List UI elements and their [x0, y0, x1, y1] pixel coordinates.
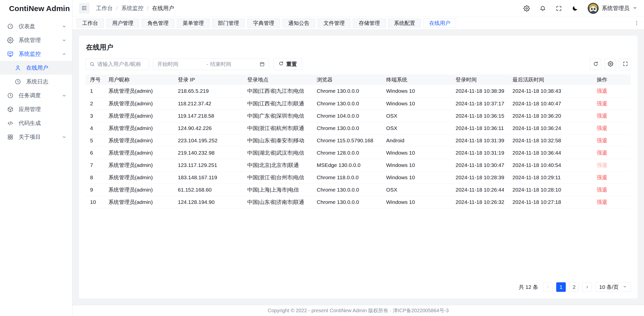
sidebar: ContiNew Admin 仪表盘 系统管理 系统监控 在线用户 — [0, 0, 72, 316]
sidebar-nav: 仪表盘 系统管理 系统监控 在线用户 系统日志 — [0, 17, 72, 144]
app-root: ContiNew Admin 仪表盘 系统管理 系统监控 在线用户 — [0, 0, 644, 316]
pagination-page-2[interactable]: 2 — [569, 282, 579, 292]
reset-button[interactable]: 重置 — [273, 58, 302, 70]
sidebar-item-system-management[interactable]: 系统管理 — [0, 33, 72, 47]
cell-login-time: 2024-11-18 10:36:11 — [456, 122, 512, 134]
tab-role-management[interactable]: 角色管理 — [142, 19, 174, 28]
sidebar-item-system-logs[interactable]: 系统日志 — [0, 75, 72, 88]
date-range-picker[interactable]: - — [153, 58, 269, 70]
sidebar-item-code-generation[interactable]: 代码生成 — [0, 116, 72, 130]
force-logout-link[interactable]: 强退 — [597, 199, 607, 205]
force-logout-link[interactable]: 强退 — [597, 187, 607, 193]
force-logout-link[interactable]: 强退 — [597, 101, 607, 106]
cell-os: OSX — [386, 184, 456, 196]
grid-icon — [7, 134, 14, 140]
column-header: 登录 IP — [178, 74, 247, 85]
column-header: 用户昵称 — [108, 74, 178, 85]
sidebar-item-label: 关于项目 — [19, 133, 41, 141]
cell-location: 中国|上海|上海市|电信 — [247, 184, 317, 196]
refresh-button[interactable] — [590, 59, 601, 70]
column-settings-button[interactable] — [605, 59, 616, 70]
sidebar-collapse-button[interactable] — [79, 3, 90, 14]
end-time-input[interactable] — [210, 61, 257, 67]
pagination-total: 共 12 条 — [519, 284, 538, 291]
sidebar-item-dashboard[interactable]: 仪表盘 — [0, 19, 72, 33]
force-logout-link[interactable]: 强退 — [597, 138, 607, 143]
pagination-next-button[interactable] — [582, 282, 592, 292]
pagination-page-1[interactable]: 1 — [556, 282, 566, 292]
tab-file-management[interactable]: 文件管理 — [318, 19, 350, 28]
fullscreen-icon[interactable] — [555, 5, 562, 12]
breadcrumb: 工作台 / 系统监控 / 在线用户 — [96, 5, 174, 12]
cell-index: 3 — [86, 110, 108, 122]
tab-workbench[interactable]: 工作台 — [76, 19, 104, 28]
cell-login-time: 2024-11-18 10:28:39 — [456, 171, 512, 184]
table-row: 5系统管理员(admin)223.104.195.252中国|山东省|泰安市|移… — [86, 134, 631, 147]
cell-location: 中国|江西省|九江市|联通 — [247, 97, 317, 110]
filter-row: - 重置 — [86, 58, 631, 70]
cell-ip: 218.65.5.219 — [178, 85, 247, 97]
user-menu[interactable]: 系统管理员 — [588, 3, 637, 14]
cell-location: 中国|江西省|九江市|电信 — [247, 85, 317, 97]
force-logout-link[interactable]: 强退 — [597, 88, 607, 94]
bell-icon[interactable] — [539, 5, 546, 12]
force-logout-link[interactable]: 强退 — [597, 162, 607, 168]
tab-online-users[interactable]: 在线用户 — [423, 19, 456, 28]
sidebar-item-label: 系统日志 — [26, 78, 48, 85]
sidebar-item-label: 在线用户 — [26, 64, 48, 72]
table-row: 1系统管理员(admin)218.65.5.219中国|江西省|九江市|电信Ch… — [86, 85, 631, 97]
search-input[interactable] — [97, 61, 145, 67]
cell-index: 2 — [86, 97, 108, 110]
table-toolbar — [590, 59, 631, 70]
cell-index: 1 — [86, 85, 108, 97]
sidebar-item-about-project[interactable]: 关于项目 — [0, 130, 72, 144]
app-logo[interactable]: ContiNew Admin — [0, 0, 72, 17]
tab-more-icon[interactable] — [633, 20, 640, 26]
cell-index: 10 — [86, 196, 108, 208]
cell-nickname: 系统管理员(admin) — [108, 85, 178, 97]
cell-os: OSX — [386, 122, 456, 134]
sidebar-item-system-monitor[interactable]: 系统监控 — [0, 47, 72, 61]
cell-last-active: 2024-11-18 10:32:58 — [512, 134, 597, 147]
pagination-prev-button[interactable] — [543, 282, 553, 292]
copyright-text: Copyright © 2022 - present ContiNew Admi… — [268, 307, 449, 314]
cell-location: 中国|山东省|泰安市|移动 — [247, 134, 317, 147]
tab-storage-management[interactable]: 存储管理 — [353, 19, 386, 28]
footer: Copyright © 2022 - present ContiNew Admi… — [72, 305, 644, 316]
breadcrumb-separator: / — [147, 5, 148, 12]
page-size-value: 10 条/页 — [599, 284, 619, 291]
breadcrumb-item[interactable]: 系统监控 — [121, 5, 143, 12]
cell-nickname: 系统管理员(admin) — [108, 159, 178, 171]
sidebar-item-label: 仪表盘 — [19, 23, 35, 30]
dark-mode-moon-icon[interactable] — [572, 5, 578, 12]
sidebar-item-app-management[interactable]: 应用管理 — [0, 102, 72, 116]
tab-menu-management[interactable]: 菜单管理 — [177, 19, 210, 28]
cell-nickname: 系统管理员(admin) — [108, 134, 178, 147]
force-logout-link[interactable]: 强退 — [597, 113, 607, 119]
sidebar-item-online-users[interactable]: 在线用户 — [0, 61, 72, 75]
date-range-separator: - — [207, 61, 208, 67]
force-logout-link[interactable]: 强退 — [597, 150, 607, 156]
tab-user-management[interactable]: 用户管理 — [106, 19, 139, 28]
force-logout-link[interactable]: 强退 — [597, 174, 607, 180]
sidebar-item-task-scheduler[interactable]: 任务调度 — [0, 88, 72, 102]
breadcrumb-item[interactable]: 工作台 — [96, 5, 113, 12]
force-logout-link[interactable]: 强退 — [597, 125, 607, 131]
sidebar-item-label: 任务调度 — [19, 92, 41, 99]
start-time-input[interactable] — [157, 61, 205, 67]
calendar-icon — [259, 61, 265, 67]
tab-dict-management[interactable]: 字典管理 — [247, 19, 280, 28]
tab-dept-management[interactable]: 部门管理 — [212, 19, 245, 28]
cell-login-time: 2024-11-18 10:31:19 — [456, 147, 512, 159]
cell-index: 6 — [86, 147, 108, 159]
settings-gear-icon[interactable] — [523, 5, 530, 12]
tab-notice[interactable]: 通知公告 — [283, 19, 315, 28]
tab-system-config[interactable]: 系统配置 — [388, 19, 421, 28]
column-header: 终端系统 — [386, 74, 456, 85]
table-fullscreen-button[interactable] — [620, 59, 631, 70]
cell-login-time: 2024-11-18 10:37:17 — [456, 97, 512, 110]
cell-browser: MSEdge 130.0.0.0 — [317, 159, 386, 171]
menu-fold-icon — [81, 5, 87, 12]
page-size-select[interactable]: 10 条/页 — [595, 282, 631, 292]
content-area: 在线用户 - 重置 — [72, 29, 644, 305]
